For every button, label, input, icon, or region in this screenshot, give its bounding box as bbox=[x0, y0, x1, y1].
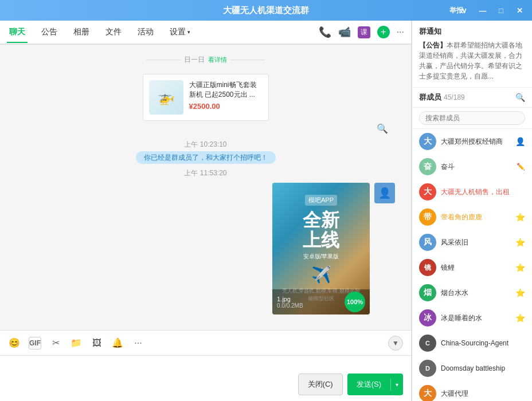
nav-tabs: 聊天 公告 相册 文件 活动 设置 ▾ 📞 📹 课 + bbox=[0, 21, 411, 45]
chevron-down-btn[interactable]: ∨ bbox=[456, 2, 472, 18]
product-title: 大疆正版mini畅飞套装 新机 已起2500元出 ... bbox=[189, 80, 263, 100]
tab-chat[interactable]: 聊天 bbox=[7, 22, 28, 43]
add-icon[interactable]: + bbox=[377, 26, 390, 38]
members-search-icon[interactable]: 🔍 bbox=[515, 93, 525, 102]
product-card[interactable]: 🚁 大疆正版mini畅飞套装 新机 已起2500元出 ... ¥2500.00 bbox=[11, 69, 400, 125]
edit-icon[interactable]: ✏️ bbox=[517, 163, 525, 171]
members-count: 45/189 bbox=[444, 93, 465, 101]
member-avatar: 大 bbox=[419, 133, 436, 150]
member-avatar: 风 bbox=[419, 234, 436, 251]
chat-area: 聊天 公告 相册 文件 活动 设置 ▾ 📞 📹 课 + bbox=[0, 21, 412, 401]
zoom-icon[interactable]: 🔍 bbox=[377, 124, 388, 133]
member-avatar: D bbox=[419, 360, 436, 377]
member-avatar: 冰 bbox=[419, 309, 436, 327]
bell-icon[interactable]: 🔔 bbox=[111, 337, 124, 349]
member-name: 大疆代理 bbox=[441, 389, 525, 399]
system-message: 你已经是群成员了，和大家打个招呼吧！ bbox=[11, 153, 400, 163]
star-icon: ⭐ bbox=[515, 288, 525, 297]
star-icon: ⭐ bbox=[515, 313, 525, 323]
view-more-link[interactable]: 看详情 bbox=[208, 56, 227, 64]
member-name: 风采依旧 bbox=[441, 238, 511, 247]
member-item[interactable]: 带 带着角的鹿鹿 ⭐ bbox=[412, 205, 532, 230]
video-icon[interactable]: 📹 bbox=[338, 26, 351, 38]
member-item[interactable]: 奋 奋斗 ✏️ bbox=[412, 154, 532, 179]
nav-actions: 📞 📹 课 + ··· bbox=[319, 26, 404, 38]
notice-text: 【公告】本群希望能招纳大疆各地渠道经销商，共谋大疆发展，合力共赢，产品代销分享。… bbox=[419, 40, 525, 81]
messages-area[interactable]: 日一日 看详情 🚁 大疆正版mini畅飞套装 新机 已起2500元出 ... ¥… bbox=[0, 45, 411, 330]
restore-btn[interactable]: □ bbox=[493, 2, 509, 18]
members-search-input[interactable] bbox=[419, 111, 525, 125]
chat-input[interactable] bbox=[8, 361, 403, 370]
tab-settings[interactable]: 设置 ▾ bbox=[167, 22, 193, 43]
image-icon[interactable]: 🖼 bbox=[91, 337, 103, 349]
member-avatar: 镜 bbox=[419, 259, 436, 276]
send-button[interactable]: 发送(S) ▾ bbox=[347, 374, 403, 395]
member-avatar: C bbox=[419, 335, 436, 352]
sidebar: 群通知 【公告】本群希望能招纳大疆各地渠道经销商，共谋大疆发展，合力共赢，产品代… bbox=[412, 21, 532, 401]
member-item[interactable]: 大 大疆无人机销售，出租 bbox=[412, 179, 532, 205]
scroll-down-button[interactable]: ▼ bbox=[388, 336, 403, 351]
chat-buttons: 关闭(C) 发送(S) ▾ bbox=[8, 374, 403, 395]
chevron-down-icon: ▾ bbox=[187, 29, 190, 35]
timestamp-2: 上午 11:53:20 bbox=[11, 168, 400, 178]
member-avatar: 奋 bbox=[419, 158, 436, 175]
message-image-bubble[interactable]: 模吧APP 全新 上线 安卓版/苹果版 ✈️ 无人机,穿越机,航模,车模,舰模的… bbox=[272, 183, 370, 314]
star-icon: ⭐ bbox=[515, 263, 525, 272]
close-button[interactable]: 关闭(C) bbox=[298, 374, 343, 395]
member-name: 奋斗 bbox=[441, 162, 512, 172]
more-tools-icon[interactable]: ··· bbox=[132, 337, 144, 349]
member-name: 大疆郑州授权经销商 bbox=[441, 137, 511, 147]
member-item[interactable]: 大 大疆代理 bbox=[412, 381, 532, 401]
class-icon[interactable]: 课 bbox=[358, 26, 370, 38]
member-item[interactable]: C China-Sourcing-Agent bbox=[412, 331, 532, 356]
tab-files[interactable]: 文件 bbox=[103, 22, 124, 43]
emoji-icon[interactable]: 😊 bbox=[8, 337, 21, 349]
member-name: 大疆无人机销售，出租 bbox=[441, 187, 525, 197]
member-name: 烟台水水 bbox=[441, 288, 511, 298]
star-icon: ⭐ bbox=[515, 238, 525, 247]
star-icon: ⭐ bbox=[515, 213, 525, 222]
member-avatar: 烟 bbox=[419, 284, 436, 301]
folder-icon[interactable]: 📁 bbox=[70, 337, 83, 349]
chat-input-area: 关闭(C) 发送(S) ▾ bbox=[0, 355, 411, 401]
member-item[interactable]: 冰 冰是睡着的水 ⭐ bbox=[412, 305, 532, 331]
send-dropdown-arrow[interactable]: ▾ bbox=[390, 379, 403, 391]
tab-album[interactable]: 相册 bbox=[71, 22, 92, 43]
product-info: 大疆正版mini畅飞套装 新机 已起2500元出 ... ¥2500.00 bbox=[189, 80, 263, 111]
product-image: 🚁 bbox=[149, 80, 183, 115]
phone-icon[interactable]: 📞 bbox=[319, 26, 331, 38]
member-item[interactable]: 烟 烟台水水 ⭐ bbox=[412, 280, 532, 305]
person-icon: 👤 bbox=[515, 137, 525, 146]
member-item[interactable]: 风 风采依旧 ⭐ bbox=[412, 230, 532, 255]
member-item[interactable]: 镜 镜鲤 ⭐ bbox=[412, 255, 532, 280]
members-title: 群成员 bbox=[419, 92, 441, 103]
window-title: 大疆无人机渠道交流群 bbox=[223, 5, 309, 16]
member-avatar: 大 bbox=[419, 385, 436, 401]
image-size: 0.0/0.2MB bbox=[277, 302, 303, 309]
product-price: ¥2500.00 bbox=[189, 102, 263, 111]
close-btn[interactable]: ✕ bbox=[511, 2, 527, 18]
image-filename: 1.jpg bbox=[277, 296, 303, 302]
member-avatar: 带 bbox=[419, 209, 436, 226]
tab-notice[interactable]: 公告 bbox=[39, 22, 60, 43]
notice-title: 群通知 bbox=[419, 26, 525, 37]
member-name: 带着角的鹿鹿 bbox=[441, 213, 511, 222]
sender-avatar: 👤 bbox=[374, 183, 395, 203]
date-divider: 日一日 看详情 bbox=[11, 55, 400, 65]
member-item[interactable]: 大 大疆郑州授权经销商 👤 bbox=[412, 129, 532, 154]
timestamp-1: 上午 10:23:10 bbox=[11, 140, 400, 150]
members-search-box bbox=[412, 108, 532, 129]
scissors-icon[interactable]: ✂ bbox=[49, 337, 62, 349]
app-badge: 模吧APP bbox=[305, 195, 337, 206]
member-name: China-Sourcing-Agent bbox=[441, 339, 525, 347]
app-platforms: 安卓版/苹果版 bbox=[303, 253, 339, 261]
title-bar: 大疆无人机渠道交流群 举报 ∨ — □ ✕ bbox=[0, 0, 532, 21]
gif-button[interactable]: GIF bbox=[29, 337, 41, 349]
tab-activity[interactable]: 活动 bbox=[135, 22, 156, 43]
chat-toolbar: 😊 GIF ✂ 📁 🖼 🔔 ··· ▼ bbox=[0, 330, 411, 355]
window-controls: ∨ — □ ✕ bbox=[456, 0, 527, 21]
more-dots-icon[interactable]: ··· bbox=[397, 27, 404, 37]
member-item-doomsday[interactable]: D Doomsday battleship bbox=[412, 356, 532, 381]
main-container: 聊天 公告 相册 文件 活动 设置 ▾ 📞 📹 课 + bbox=[0, 21, 532, 401]
minimize-btn[interactable]: — bbox=[475, 2, 491, 18]
